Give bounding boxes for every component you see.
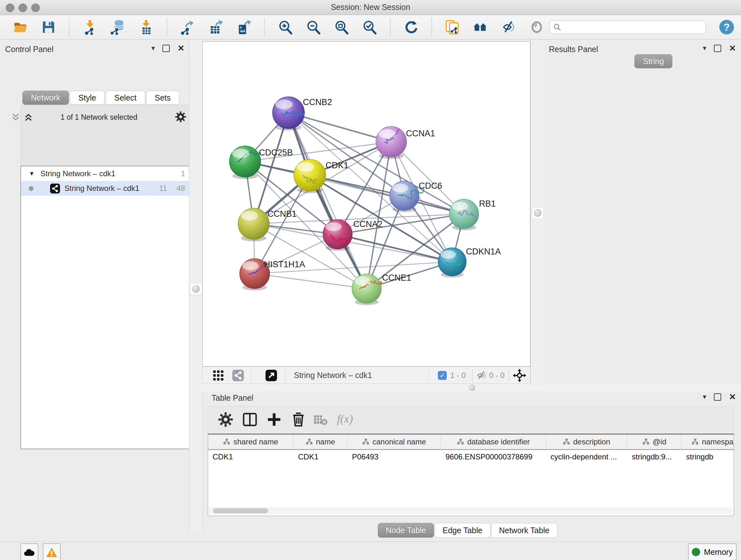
export-image-icon[interactable] bbox=[236, 19, 252, 35]
import-database-icon[interactable] bbox=[111, 19, 126, 35]
refresh-icon[interactable] bbox=[403, 19, 419, 35]
network-canvas[interactable]: CCNB2CCNA1CDC25BCDK1CDC6RB1CCNB1CCNA2CDK… bbox=[202, 42, 530, 367]
network-node-CCNE1 bbox=[352, 274, 381, 305]
control-panel-title: Control Panel bbox=[5, 45, 53, 54]
svg-text:HIST1H1A: HIST1H1A bbox=[264, 260, 305, 269]
results-panel-collapse-icon[interactable]: ▾ bbox=[703, 45, 706, 52]
show-columns-icon[interactable] bbox=[242, 412, 258, 428]
export-table-icon[interactable] bbox=[208, 19, 223, 35]
table-panel-float-icon[interactable] bbox=[714, 393, 721, 401]
open-session-icon[interactable] bbox=[13, 19, 28, 35]
column-header-database-identifier[interactable]: database identifier bbox=[441, 435, 546, 449]
zoom-in-icon[interactable] bbox=[278, 19, 293, 35]
help-icon[interactable]: ? bbox=[719, 20, 734, 35]
import-table-icon[interactable] bbox=[138, 19, 154, 35]
cloud-status-button[interactable] bbox=[20, 543, 38, 560]
table-cell[interactable]: 9606.ENSP00000378699 bbox=[441, 450, 546, 464]
table-cell[interactable]: stringdb bbox=[682, 450, 734, 464]
zoom-fit-icon[interactable] bbox=[334, 19, 349, 35]
export-network-icon[interactable] bbox=[180, 19, 195, 35]
expand-all-networks-icon[interactable] bbox=[23, 112, 33, 122]
svg-text:CCNA1: CCNA1 bbox=[406, 129, 435, 138]
table-gear-icon[interactable] bbox=[218, 412, 233, 428]
tab-network[interactable]: Network bbox=[22, 91, 69, 105]
network-node-CCNA1 bbox=[376, 126, 407, 159]
results-panel-close-icon[interactable]: ✕ bbox=[729, 44, 736, 52]
tab-style[interactable]: Style bbox=[70, 91, 105, 105]
string-network-icon bbox=[50, 184, 60, 193]
save-session-icon[interactable] bbox=[41, 19, 56, 35]
control-panel-close-icon[interactable]: ✕ bbox=[178, 44, 185, 52]
table-panel-title: Table Panel bbox=[212, 393, 253, 402]
selected-nodes-checkbox[interactable]: ✓ bbox=[438, 371, 447, 380]
column-header--id[interactable]: @id bbox=[627, 435, 682, 449]
zoom-selected-icon[interactable] bbox=[362, 19, 377, 35]
network-selection-status: 1 of 1 Network selected bbox=[38, 113, 159, 122]
create-column-icon[interactable] bbox=[266, 412, 282, 428]
column-header-namespace[interactable]: namespace bbox=[682, 435, 734, 449]
right-splitter[interactable] bbox=[530, 40, 545, 388]
collection-count: 1 bbox=[181, 169, 185, 178]
toolbar-search bbox=[549, 20, 706, 34]
column-header-shared-name[interactable]: shared name bbox=[208, 435, 293, 449]
network-options-gear-icon[interactable] bbox=[175, 111, 186, 123]
table-cell[interactable]: P06493 bbox=[347, 450, 441, 464]
table-cell[interactable]: CDK1 bbox=[293, 450, 347, 464]
tab-network-table[interactable]: Network Table bbox=[491, 523, 557, 538]
right-splitter-knob[interactable] bbox=[532, 207, 544, 219]
column-header-canonical-name[interactable]: canonical name bbox=[347, 435, 441, 449]
clone-network-icon[interactable] bbox=[445, 19, 460, 35]
network-label: String Network – cdk1 bbox=[64, 184, 139, 193]
tab-sets[interactable]: Sets bbox=[146, 91, 179, 105]
tab-string[interactable]: String bbox=[634, 54, 672, 68]
birdseye-navigator-icon[interactable] bbox=[513, 369, 526, 382]
column-header-description[interactable]: description bbox=[546, 435, 627, 449]
table-panel-close-icon[interactable]: ✕ bbox=[729, 393, 736, 401]
hide-unhide-icon[interactable] bbox=[501, 19, 516, 35]
table-cell[interactable]: CDK1 bbox=[208, 450, 293, 464]
tree-expander-icon[interactable]: ▼ bbox=[29, 170, 35, 177]
left-splitter[interactable] bbox=[189, 40, 203, 531]
delete-column-icon[interactable] bbox=[290, 412, 307, 428]
network-tree: ▼ String Network – cdk1 1 String Network… bbox=[20, 166, 192, 449]
selected-counts: 1 - 0 bbox=[450, 371, 466, 380]
tab-select[interactable]: Select bbox=[106, 91, 145, 105]
node-table[interactable]: shared name name canonical name database… bbox=[208, 434, 734, 516]
home-networks-icon[interactable] bbox=[473, 19, 488, 35]
svg-text:CCNB2: CCNB2 bbox=[303, 98, 332, 107]
collapse-all-networks-icon[interactable] bbox=[11, 112, 20, 122]
show-graphics-icon[interactable] bbox=[529, 19, 544, 35]
table-row[interactable]: CDK1CDK1P064939606.ENSP00000378699cyclin… bbox=[208, 450, 734, 464]
edge-count: 48 bbox=[177, 184, 185, 193]
detach-view-icon[interactable] bbox=[265, 369, 277, 381]
collection-label: String Network – cdk1 bbox=[41, 169, 116, 178]
svg-text:CCNA2: CCNA2 bbox=[353, 219, 383, 229]
network-collection-row[interactable]: ▼ String Network – cdk1 1 bbox=[21, 166, 191, 181]
memory-label: Memory bbox=[704, 548, 733, 557]
results-panel-float-icon[interactable] bbox=[714, 45, 721, 52]
left-splitter-knob[interactable] bbox=[190, 283, 202, 295]
window-title: Session: New Session bbox=[0, 3, 741, 12]
column-header-name[interactable]: name bbox=[293, 435, 347, 449]
zoom-out-icon[interactable] bbox=[306, 19, 321, 35]
svg-text:CDKN1A: CDKN1A bbox=[466, 247, 501, 256]
control-panel-float-icon[interactable] bbox=[162, 45, 170, 52]
search-input[interactable] bbox=[561, 22, 705, 32]
svg-text:CCNB1: CCNB1 bbox=[267, 209, 297, 219]
scrollbar-thumb[interactable] bbox=[213, 508, 268, 513]
svg-text:RB1: RB1 bbox=[479, 199, 496, 208]
table-cell[interactable]: cyclin-dependent ... bbox=[546, 450, 627, 464]
warnings-button[interactable] bbox=[43, 543, 61, 560]
string-view-icon[interactable] bbox=[232, 369, 244, 381]
table-panel-collapse-icon[interactable]: ▾ bbox=[703, 393, 706, 400]
bottom-splitter-knob[interactable] bbox=[469, 385, 475, 391]
memory-button[interactable]: Memory bbox=[688, 543, 737, 560]
control-panel-collapse-icon[interactable]: ▾ bbox=[151, 45, 155, 52]
tab-node-table[interactable]: Node Table bbox=[378, 523, 434, 538]
network-row-selected[interactable]: String Network – cdk1 11 48 bbox=[21, 181, 191, 196]
tab-edge-table[interactable]: Edge Table bbox=[434, 523, 490, 538]
import-network-icon[interactable] bbox=[82, 19, 98, 35]
table-horizontal-scrollbar[interactable] bbox=[209, 507, 732, 514]
grid-view-icon[interactable] bbox=[213, 370, 224, 381]
table-cell[interactable]: stringdb:9... bbox=[627, 450, 682, 464]
